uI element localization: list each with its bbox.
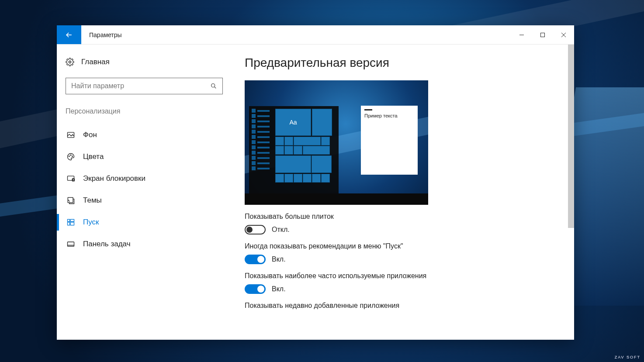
preview-tile-aa: Aa: [275, 109, 311, 136]
sidebar-item-start[interactable]: Пуск: [66, 211, 223, 233]
sidebar-item-background[interactable]: Фон: [66, 124, 223, 146]
home-button[interactable]: Главная: [66, 56, 223, 68]
palette-icon: [66, 152, 75, 161]
setting-label: Показывать наиболее часто используемые п…: [245, 272, 557, 280]
sidebar-item-label: Темы: [83, 196, 102, 205]
picture-icon: [66, 131, 75, 139]
home-label: Главная: [81, 58, 110, 66]
sidebar-item-label: Панель задач: [83, 240, 131, 248]
toggle-state: Вкл.: [272, 255, 286, 263]
sidebar-item-label: Цвета: [83, 152, 104, 161]
setting-label: Показывать больше плиток: [245, 213, 557, 221]
section-label: Персонализация: [66, 107, 223, 115]
svg-rect-17: [68, 222, 70, 225]
toggle-state: Откл.: [272, 226, 290, 234]
themes-icon: [66, 196, 75, 205]
setting-label: Иногда показывать рекомендации в меню "П…: [245, 242, 557, 250]
gear-icon: [66, 58, 74, 66]
window-title: Параметры: [81, 25, 511, 44]
back-button[interactable]: [57, 25, 81, 44]
start-icon: [66, 218, 75, 227]
preview-sample-window: Пример текста: [361, 106, 418, 175]
search-input[interactable]: [71, 82, 210, 90]
toggle-recommendations[interactable]: [245, 255, 266, 264]
sidebar-item-label: Экран блокировки: [83, 174, 145, 183]
sidebar-item-label: Фон: [83, 131, 97, 139]
svg-rect-15: [68, 219, 70, 221]
svg-point-9: [70, 155, 71, 155]
svg-point-8: [69, 156, 69, 157]
svg-point-4: [69, 61, 71, 63]
search-icon: [210, 83, 217, 90]
setting-most-used: Показывать наиболее часто используемые п…: [245, 272, 557, 294]
setting-recommendations: Иногда показывать рекомендации в меню "П…: [245, 242, 557, 264]
svg-rect-1: [541, 33, 545, 37]
content-pane: Предварительная версия Aa: [232, 45, 574, 340]
settings-window: Параметры Глав: [57, 25, 574, 340]
search-box[interactable]: [66, 78, 223, 94]
svg-rect-18: [70, 222, 74, 225]
setting-label: Показывать недавно добавленные приложени…: [245, 302, 557, 310]
svg-point-5: [211, 84, 215, 87]
sidebar-item-taskbar[interactable]: Панель задач: [66, 233, 223, 255]
svg-rect-19: [68, 242, 74, 246]
sidebar-item-themes[interactable]: Темы: [66, 190, 223, 211]
close-button[interactable]: [553, 25, 574, 44]
toggle-state: Вкл.: [272, 285, 286, 293]
page-title: Предварительная версия: [245, 56, 557, 70]
titlebar: Параметры: [57, 25, 574, 45]
toggle-more-tiles[interactable]: [245, 225, 266, 234]
svg-line-6: [215, 87, 216, 89]
svg-point-10: [72, 156, 73, 157]
taskbar-icon: [66, 240, 75, 248]
setting-more-tiles: Показывать больше плиток Откл.: [245, 213, 557, 234]
setting-recently-added: Показывать недавно добавленные приложени…: [245, 302, 557, 310]
watermark: ZAV SOFT: [615, 355, 641, 359]
minimize-button[interactable]: [511, 25, 532, 44]
sidebar-item-lock-screen[interactable]: Экран блокировки: [66, 168, 223, 190]
preview-sample-text: Пример текста: [361, 113, 418, 118]
lock-screen-icon: [66, 174, 75, 183]
content-scrollbar[interactable]: [568, 45, 574, 228]
svg-rect-16: [70, 219, 74, 221]
sidebar-item-colors[interactable]: Цвета: [66, 146, 223, 168]
sidebar: Главная Персонализация Фон Цвета: [57, 45, 232, 340]
sidebar-item-label: Пуск: [83, 218, 99, 227]
desktop-wallpaper: ZAV SOFT Параметры: [0, 0, 644, 362]
window-controls: [511, 25, 574, 44]
maximize-button[interactable]: [532, 25, 553, 44]
toggle-most-used[interactable]: [245, 284, 266, 294]
start-preview: Aa: [245, 80, 428, 205]
